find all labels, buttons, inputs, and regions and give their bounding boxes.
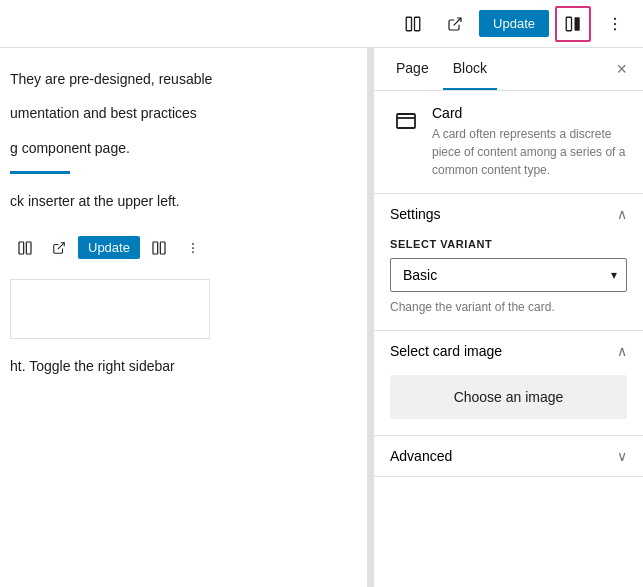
svg-rect-3 (566, 17, 571, 31)
mini-update-button[interactable]: Update (78, 236, 140, 259)
settings-section-content: SELECT VARIANT Basic Horizontal Overlay … (374, 234, 643, 330)
card-image-label: Select card image (390, 343, 502, 359)
select-hint: Change the variant of the card. (390, 300, 627, 314)
block-info: Card A card often represents a discrete … (374, 91, 643, 194)
svg-point-15 (192, 251, 194, 253)
sidebar-tabs: Page Block × (374, 48, 643, 91)
svg-point-6 (614, 22, 616, 24)
view-mode-button[interactable] (395, 6, 431, 42)
svg-rect-4 (575, 17, 580, 31)
svg-rect-16 (397, 114, 415, 128)
settings-section-header[interactable]: Settings (374, 194, 643, 234)
svg-rect-0 (406, 17, 411, 31)
mini-sidebar-button[interactable] (144, 233, 174, 263)
update-button[interactable]: Update (479, 10, 549, 37)
editor-text-2: umentation and best practices (10, 102, 347, 124)
choose-image-button[interactable]: Choose an image (390, 375, 627, 419)
block-info-text: Card A card often represents a discrete … (432, 105, 627, 179)
variant-select-wrapper: Basic Horizontal Overlay ▾ (390, 258, 627, 292)
svg-rect-9 (26, 242, 31, 254)
main-area: They are pre-designed, reusable umentati… (0, 48, 643, 587)
card-image-chevron-icon (617, 343, 627, 359)
card-placeholder (10, 279, 210, 339)
right-sidebar: Page Block × Card A card often represent… (373, 48, 643, 587)
advanced-chevron-icon (617, 448, 627, 464)
svg-rect-8 (19, 242, 24, 254)
tab-block[interactable]: Block (443, 48, 497, 90)
svg-rect-11 (153, 242, 158, 254)
editor-text-1: They are pre-designed, reusable (10, 68, 347, 90)
advanced-section-header[interactable]: Advanced (374, 436, 643, 476)
mini-external-button[interactable] (44, 233, 74, 263)
editor-mini-toolbar: Update (10, 233, 347, 263)
editor-text-4: ck inserter at the upper left. (10, 190, 347, 212)
card-image-section: Select card image Choose an image (374, 331, 643, 436)
svg-rect-12 (160, 242, 165, 254)
svg-point-7 (614, 28, 616, 30)
variant-select[interactable]: Basic Horizontal Overlay (390, 258, 627, 292)
block-description: A card often represents a discrete piece… (432, 125, 627, 179)
block-sidebar-toggle-button[interactable] (555, 6, 591, 42)
mini-view-button[interactable] (10, 233, 40, 263)
editor-text-3: g component page. (10, 137, 347, 159)
settings-label: Settings (390, 206, 441, 222)
svg-point-14 (192, 247, 194, 249)
advanced-label: Advanced (390, 448, 452, 464)
settings-chevron-icon (617, 206, 627, 222)
editor-area: They are pre-designed, reusable umentati… (0, 48, 367, 587)
editor-text-5: ht. Toggle the right sidebar (10, 355, 347, 377)
svg-line-10 (58, 242, 64, 248)
select-variant-label: SELECT VARIANT (390, 238, 627, 250)
mini-more-button[interactable] (178, 233, 208, 263)
card-image-section-content: Choose an image (374, 371, 643, 435)
external-link-button[interactable] (437, 6, 473, 42)
block-title: Card (432, 105, 627, 121)
more-options-button[interactable] (597, 6, 633, 42)
advanced-section: Advanced (374, 436, 643, 477)
svg-rect-1 (415, 17, 420, 31)
editor-divider (10, 171, 70, 174)
card-image-section-header[interactable]: Select card image (374, 331, 643, 371)
svg-point-5 (614, 17, 616, 19)
top-toolbar: Update (0, 0, 643, 48)
sidebar-close-button[interactable]: × (612, 55, 631, 84)
card-block-icon (390, 105, 422, 137)
settings-section: Settings SELECT VARIANT Basic Horizontal… (374, 194, 643, 331)
tab-page[interactable]: Page (386, 48, 439, 90)
svg-point-13 (192, 243, 194, 245)
svg-line-2 (454, 18, 461, 25)
